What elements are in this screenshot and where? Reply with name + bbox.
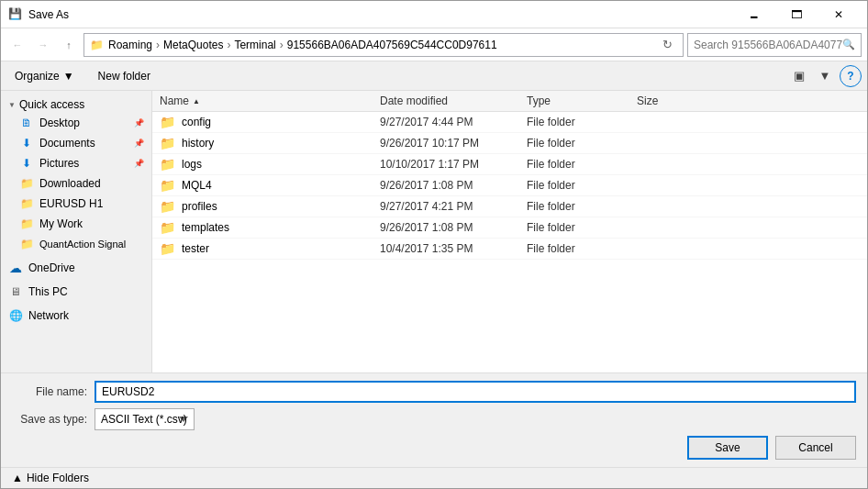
file-name-label: File name: bbox=[12, 385, 95, 398]
file-row-type: File folder bbox=[527, 200, 637, 213]
sidebar-item-documents[interactable]: ⬇ Documents 📌 bbox=[1, 133, 151, 153]
minimize-button[interactable]: 🗕 bbox=[733, 1, 775, 28]
address-refresh-button[interactable]: ↻ bbox=[657, 35, 677, 55]
table-row[interactable]: 📁 profiles 9/27/2017 4:21 PM File folder bbox=[152, 196, 867, 217]
documents-icon: ⬇ bbox=[19, 136, 34, 150]
hide-folders-bar[interactable]: ▲ Hide Folders bbox=[1, 467, 867, 488]
sidebar-item-desktop-label: Desktop bbox=[39, 117, 80, 129]
file-row-name: config bbox=[182, 116, 380, 128]
save-as-type-select[interactable]: ASCII Text (*.csv) bbox=[95, 408, 195, 430]
cancel-button[interactable]: Cancel bbox=[775, 436, 856, 460]
help-button[interactable]: ? bbox=[840, 65, 862, 87]
file-list: Name ▲ Date modified Type Size 📁 config … bbox=[152, 91, 867, 372]
search-box[interactable]: 🔍 bbox=[687, 33, 862, 57]
save-button[interactable]: Save bbox=[687, 436, 768, 460]
thispc-section: 🖥 This PC bbox=[1, 282, 151, 302]
close-button[interactable]: ✕ bbox=[818, 1, 860, 28]
address-toolbar: ← → ↑ 📁 Roaming › MetaQuotes › Terminal … bbox=[1, 28, 867, 61]
forward-button[interactable]: → bbox=[32, 34, 54, 56]
view-button[interactable]: ▣ bbox=[788, 65, 810, 87]
folder-icon: 📁 bbox=[160, 199, 174, 214]
window-icon: 💾 bbox=[8, 7, 23, 22]
file-row-type: File folder bbox=[527, 137, 637, 150]
sidebar-item-thispc-label: This PC bbox=[28, 285, 68, 298]
file-row-name: templates bbox=[182, 221, 380, 234]
maximize-button[interactable]: 🗖 bbox=[775, 1, 818, 28]
file-row-date: 10/4/2017 1:35 PM bbox=[380, 242, 527, 255]
save-as-type-select-wrap: ASCII Text (*.csv) bbox=[95, 408, 856, 430]
search-input[interactable] bbox=[694, 39, 842, 51]
sidebar-item-network[interactable]: 🌐 Network bbox=[1, 306, 151, 326]
table-row[interactable]: 📁 templates 9/26/2017 1:08 PM File folde… bbox=[152, 217, 867, 239]
sidebar-item-mywork-label: My Work bbox=[39, 217, 83, 230]
save-as-type-row: Save as type: ASCII Text (*.csv) bbox=[12, 408, 856, 430]
sidebar-item-eurusd[interactable]: 📁 EURUSD H1 bbox=[1, 194, 151, 214]
file-name-row: File name: bbox=[12, 381, 856, 403]
main-content: ▼ Quick access 🗎 Desktop 📌 ⬇ Documents 📌… bbox=[1, 91, 867, 372]
sidebar-item-onedrive-label: OneDrive bbox=[28, 261, 75, 274]
file-list-header: Name ▲ Date modified Type Size bbox=[152, 91, 867, 112]
table-row[interactable]: 📁 logs 10/10/2017 1:17 PM File folder bbox=[152, 154, 867, 175]
sidebar-item-downloaded-label: Downloaded bbox=[39, 177, 101, 190]
file-row-date: 9/26/2017 1:08 PM bbox=[380, 221, 527, 234]
file-row-type: File folder bbox=[527, 116, 637, 128]
pin-icon: 📌 bbox=[134, 118, 144, 128]
pictures-icon: ⬇ bbox=[19, 156, 34, 171]
new-folder-button[interactable]: New folder bbox=[90, 65, 159, 87]
table-row[interactable]: 📁 history 9/26/2017 10:17 PM File folder bbox=[152, 133, 867, 154]
save-as-type-label: Save as type: bbox=[12, 413, 95, 426]
address-bar-path: 📁 Roaming › MetaQuotes › Terminal › 9155… bbox=[90, 39, 657, 51]
file-row-name: tester bbox=[182, 242, 380, 255]
path-guid[interactable]: 915566BA06ADA407569C544CC0D97611 bbox=[287, 39, 497, 51]
sidebar-item-pictures-label: Pictures bbox=[39, 157, 79, 170]
column-date-modified[interactable]: Date modified bbox=[380, 94, 527, 107]
sidebar-item-thispc[interactable]: 🖥 This PC bbox=[1, 282, 151, 302]
file-row-name: MQL4 bbox=[182, 179, 380, 192]
sidebar-item-mywork[interactable]: 📁 My Work bbox=[1, 214, 151, 234]
path-metaquotes[interactable]: MetaQuotes bbox=[163, 39, 223, 51]
sidebar-item-downloaded[interactable]: 📁 Downloaded bbox=[1, 173, 151, 194]
save-as-dialog: 💾 Save As 🗕 🗖 ✕ ← → ↑ 📁 Roaming › MetaQu… bbox=[0, 0, 868, 489]
column-type[interactable]: Type bbox=[527, 94, 637, 107]
organize-button[interactable]: Organize ▼ bbox=[6, 65, 83, 87]
quick-access-section: ▼ Quick access 🗎 Desktop 📌 ⬇ Documents 📌… bbox=[1, 94, 151, 254]
table-row[interactable]: 📁 MQL4 9/26/2017 1:08 PM File folder bbox=[152, 175, 867, 196]
path-terminal[interactable]: Terminal bbox=[234, 39, 275, 51]
file-row-name: history bbox=[182, 137, 380, 150]
quick-access-header[interactable]: ▼ Quick access bbox=[1, 94, 151, 113]
column-size[interactable]: Size bbox=[637, 94, 710, 107]
file-row-date: 9/27/2017 4:21 PM bbox=[380, 200, 527, 213]
file-row-type: File folder bbox=[527, 221, 637, 234]
window-controls: 🗕 🗖 ✕ bbox=[733, 1, 860, 28]
bottom-section: File name: Save as type: ASCII Text (*.c… bbox=[1, 372, 867, 467]
sidebar-item-pictures[interactable]: ⬇ Pictures 📌 bbox=[1, 153, 151, 173]
bottom-buttons: Save Cancel bbox=[12, 436, 856, 460]
command-toolbar: Organize ▼ New folder ▣ ▼ ? bbox=[1, 61, 867, 91]
path-roaming[interactable]: Roaming bbox=[108, 39, 152, 51]
view-dropdown-button[interactable]: ▼ bbox=[814, 65, 836, 87]
sidebar-item-onedrive[interactable]: ☁ OneDrive bbox=[1, 258, 151, 278]
desktop-icon: 🗎 bbox=[19, 116, 34, 130]
file-row-type: File folder bbox=[527, 158, 637, 171]
network-section: 🌐 Network bbox=[1, 306, 151, 326]
back-button[interactable]: ← bbox=[6, 34, 28, 56]
up-button[interactable]: ↑ bbox=[58, 34, 80, 56]
hide-folders-arrow-icon: ▲ bbox=[12, 472, 23, 484]
sidebar-item-desktop[interactable]: 🗎 Desktop 📌 bbox=[1, 113, 151, 133]
address-bar[interactable]: 📁 Roaming › MetaQuotes › Terminal › 9155… bbox=[83, 33, 684, 57]
table-row[interactable]: 📁 config 9/27/2017 4:44 PM File folder bbox=[152, 112, 867, 133]
network-icon: 🌐 bbox=[8, 308, 23, 323]
file-row-date: 9/27/2017 4:44 PM bbox=[380, 116, 527, 128]
sidebar-item-documents-label: Documents bbox=[39, 137, 95, 150]
window-title: Save As bbox=[28, 8, 733, 21]
pin-icon-pics: 📌 bbox=[134, 159, 144, 168]
quantaction-folder-icon: 📁 bbox=[19, 237, 34, 251]
downloaded-folder-icon: 📁 bbox=[19, 176, 34, 191]
hide-folders-label: Hide Folders bbox=[27, 472, 89, 484]
table-row[interactable]: 📁 tester 10/4/2017 1:35 PM File folder bbox=[152, 239, 867, 260]
sidebar-item-quantaction[interactable]: 📁 QuantAction Signal bbox=[1, 234, 151, 254]
column-name[interactable]: Name ▲ bbox=[160, 94, 380, 107]
folder-icon: 📁 bbox=[160, 136, 174, 150]
organize-arrow-icon: ▼ bbox=[63, 70, 74, 83]
file-name-input[interactable] bbox=[95, 381, 856, 403]
